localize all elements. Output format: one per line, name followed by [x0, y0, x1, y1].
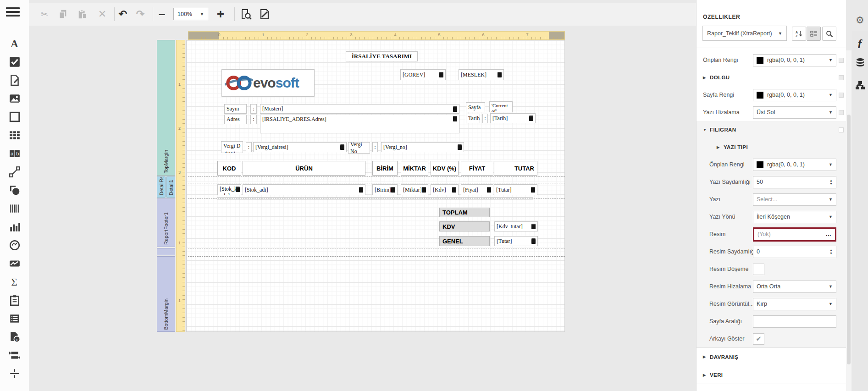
- color-dropdown[interactable]: rgba(0, 0, 0, 1)▼: [753, 159, 836, 171]
- richtext-tool[interactable]: [9, 74, 21, 86]
- category-view-button[interactable]: [807, 27, 821, 41]
- property-marker[interactable]: [839, 75, 844, 80]
- table-header-cell[interactable]: KOD: [217, 161, 241, 176]
- summary-tool[interactable]: Σ: [9, 276, 21, 288]
- ellipsis-icon[interactable]: …: [826, 231, 832, 237]
- line-element[interactable]: [217, 198, 533, 199]
- toplam-label[interactable]: TOPLAM: [439, 208, 490, 217]
- panel-scrollbar-thumb[interactable]: [847, 115, 851, 364]
- detail-cell-stok-adi[interactable]: [Stok_adi]: [243, 184, 365, 195]
- meslek-field[interactable]: [MESLEK]: [459, 69, 504, 80]
- zoom-in-icon[interactable]: +: [214, 3, 227, 26]
- component-selector-dropdown[interactable]: Rapor_Teklif (XtraReport) ▼: [702, 26, 787, 41]
- vergi-no-label[interactable]: Vergi No: [348, 142, 370, 154]
- character-comb-tool[interactable]: ab: [9, 148, 21, 160]
- barcode-tool[interactable]: [9, 203, 21, 215]
- redo-icon[interactable]: ↷: [133, 3, 147, 26]
- pageinfo-clipboard-tool[interactable]: [9, 294, 21, 306]
- crossband-line-tool[interactable]: [9, 349, 21, 361]
- vergi-dairesi-label[interactable]: Vergi Dairesi: [221, 141, 243, 153]
- detail-cell-birim[interactable]: [Birim]: [372, 184, 398, 195]
- page-break-tool[interactable]: [9, 368, 21, 380]
- report-title-label[interactable]: İRSALİYE TASARIMI: [346, 51, 418, 61]
- detail-cell-stok-kodu[interactable]: [Stok_kodu]: [217, 184, 241, 195]
- band-detail1[interactable]: Detail1: [166, 176, 175, 198]
- property-marker[interactable]: [839, 127, 844, 132]
- band-top-margin[interactable]: TopMargin: [157, 40, 175, 176]
- page-info-field[interactable]: 'Current of': [489, 101, 513, 112]
- expressions-tab-icon[interactable]: ƒ: [852, 37, 868, 49]
- text-input[interactable]: [753, 315, 836, 328]
- dropdown[interactable]: Select...▼: [753, 193, 836, 206]
- dropdown[interactable]: Orta Orta▼: [753, 281, 836, 293]
- spinner-input[interactable]: 50▲▼: [753, 176, 836, 188]
- band-detail-report[interactable]: DetailReport: [157, 176, 166, 198]
- spinner-arrows-icon[interactable]: ▲▼: [829, 248, 833, 255]
- colon-label[interactable]: :: [250, 104, 257, 114]
- band-report-footer[interactable]: ReportFooter1: [157, 198, 175, 247]
- band-bottom-margin[interactable]: BottomMargin: [157, 256, 175, 332]
- band-spacer[interactable]: [157, 248, 175, 255]
- logo-picture-box[interactable]: evosoft: [221, 69, 315, 97]
- settings-gear-icon[interactable]: ⚙: [852, 15, 868, 26]
- detail-cell-kdv[interactable]: [Kdv]: [431, 184, 459, 195]
- field-list-tab-icon[interactable]: [852, 58, 868, 70]
- sayin-label[interactable]: Sayın: [224, 104, 247, 114]
- table-header-cell[interactable]: FİYAT: [461, 161, 493, 176]
- menu-hamburger-icon[interactable]: [6, 7, 20, 18]
- panel-tool[interactable]: [9, 111, 21, 123]
- copy-icon[interactable]: [56, 3, 69, 26]
- cut-icon[interactable]: ✂: [38, 3, 51, 26]
- vergi-dairesi-field[interactable]: [Vergi_dairesi]: [253, 142, 347, 152]
- dropdown[interactable]: İleri Köşegen▼: [753, 211, 836, 223]
- search-button[interactable]: [822, 27, 836, 41]
- detail-cell-miktar[interactable]: [Miktar]: [401, 184, 428, 195]
- table-header-cell[interactable]: TUTAR: [494, 161, 537, 176]
- property-marker[interactable]: [839, 58, 844, 63]
- color-dropdown[interactable]: rgba(0, 0, 0, 1)▼: [753, 89, 836, 101]
- dropdown[interactable]: Kırp▼: [753, 298, 836, 310]
- property-marker[interactable]: [839, 110, 844, 115]
- dropdown[interactable]: Üst Sol▼: [753, 106, 836, 119]
- preview-zoom-icon[interactable]: [239, 3, 254, 26]
- paste-icon[interactable]: [76, 3, 89, 26]
- report-explorer-tab-icon[interactable]: [852, 81, 868, 92]
- line-tool[interactable]: [9, 166, 21, 178]
- crossband-box-tool[interactable]: [9, 386, 21, 391]
- gauge-tool[interactable]: [9, 239, 21, 251]
- section-filigran[interactable]: ▼ FILIGRAN: [697, 121, 846, 138]
- spinner-arrows-icon[interactable]: ▲▼: [829, 179, 833, 185]
- colon-label[interactable]: :: [372, 142, 378, 152]
- spinner-input[interactable]: 0▲▼: [753, 246, 836, 258]
- sayfa-label[interactable]: Sayfa: [466, 102, 485, 112]
- zoom-level-dropdown[interactable]: 100% ▼: [173, 8, 208, 20]
- horizontal-ruler[interactable]: 0 1 2 3 4 5 6 7: [188, 31, 565, 40]
- detail-cell-tutar[interactable]: [Tutar]: [494, 184, 537, 195]
- checkbox-checked[interactable]: ✔: [753, 333, 764, 345]
- colon-label[interactable]: :: [482, 114, 488, 123]
- zoom-out-icon[interactable]: −: [155, 3, 168, 26]
- property-marker[interactable]: [839, 93, 844, 98]
- table-tool[interactable]: [9, 129, 21, 141]
- section-dolgu[interactable]: ▶ DOLGU: [697, 69, 846, 86]
- kdv-label[interactable]: KDV: [439, 221, 490, 231]
- detail-cell-fiyat[interactable]: [Fiyat]: [461, 184, 493, 195]
- colon-label[interactable]: :: [246, 142, 252, 152]
- kdv-tutar-field[interactable]: [Kdv_tutar]: [494, 221, 538, 231]
- image-picker-focused[interactable]: (Yok)…: [753, 227, 836, 242]
- gorev-field[interactable]: [GOREV]: [400, 69, 446, 80]
- genel-tutar-field[interactable]: [Tutar]: [494, 236, 538, 246]
- delete-icon[interactable]: ✕: [96, 3, 109, 26]
- genel-label[interactable]: GENEL: [439, 236, 490, 246]
- sort-az-button[interactable]: AZ: [792, 27, 806, 41]
- undo-icon[interactable]: ↶: [116, 3, 130, 26]
- table-header-cell[interactable]: BİRİM: [372, 161, 398, 176]
- vertical-ruler[interactable]: 1 2 3 1 1: [176, 40, 185, 332]
- section-veri[interactable]: ▶ VERI: [697, 366, 846, 384]
- watermark-icon[interactable]: [257, 3, 272, 26]
- colon-label[interactable]: :: [250, 115, 257, 124]
- checkbox-unchecked[interactable]: [753, 264, 764, 275]
- vergi-no-field[interactable]: [Vergi_no]: [381, 142, 464, 152]
- musteri-field[interactable]: [Musteri]: [260, 104, 459, 114]
- tarih-label[interactable]: Tarih: [466, 114, 480, 123]
